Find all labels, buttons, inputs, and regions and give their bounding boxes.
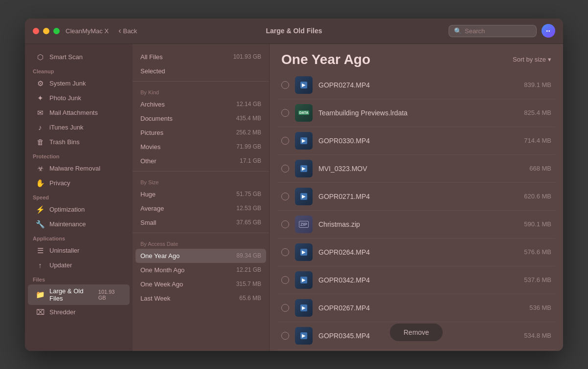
video-play-icon: ▶ (300, 249, 307, 256)
filter-label: Documents (140, 115, 173, 122)
sidebar-item-label: Trash Bins (49, 138, 80, 146)
section-header-protection: Protection (25, 150, 133, 161)
filter-label: One Year Ago (140, 252, 180, 260)
close-button[interactable] (33, 28, 39, 34)
sidebar-item-label: Privacy (49, 179, 70, 187)
file-radio[interactable] (281, 193, 289, 200)
file-size-badge: 101.93 GB (98, 289, 122, 301)
section-header-files: Files (25, 273, 133, 284)
filter-archives[interactable]: Archives 12.14 GB (133, 97, 269, 111)
back-label: Back (123, 27, 137, 35)
filter-size: 71.99 GB (236, 143, 261, 150)
file-radio[interactable] (281, 109, 289, 117)
file-size: 536 MB (529, 304, 551, 311)
filter-last-week[interactable]: Last Week 65.6 MB (133, 291, 269, 305)
filter-other[interactable]: Other 17.1 GB (133, 154, 269, 168)
file-icon: ▶ (295, 271, 313, 289)
content-area: ⬡ Smart Scan Cleanup ⚙ System Junk ✦ Pho… (25, 44, 563, 351)
by-access-header: By Access Date (133, 236, 269, 249)
sidebar-item-uninstaller[interactable]: ☰ Uninstaller (28, 243, 130, 258)
window-title: Large & Old Files (266, 27, 322, 35)
remove-button[interactable]: Remove (390, 324, 443, 341)
table-row[interactable]: ZIP Christmas.zip 590.1 MB (277, 211, 555, 239)
traffic-lights (33, 28, 60, 34)
filter-label: Last Week (140, 295, 170, 302)
filter-pictures[interactable]: Pictures 256.2 MB (133, 126, 269, 140)
filter-movies[interactable]: Movies 71.99 GB (133, 140, 269, 154)
file-radio[interactable] (281, 137, 289, 145)
table-row[interactable]: ▶ GOPR0264.MP4 576.6 MB (277, 239, 555, 266)
malware-icon: ☣ (36, 164, 45, 173)
section-header-cleanup: Cleanup (25, 65, 133, 76)
video-play-icon: ▶ (300, 277, 307, 283)
sidebar-item-mail-attachments[interactable]: ✉ Mail Attachments (28, 106, 130, 120)
trash-icon: 🗑 (36, 138, 45, 147)
file-radio[interactable] (281, 304, 289, 312)
sidebar-item-photo-junk[interactable]: ✦ Photo Junk (28, 91, 130, 106)
table-row[interactable]: ▶ GOPR0274.MP4 839.1 MB (277, 71, 555, 99)
table-row[interactable]: DATA Teambuilding Previews.lrdata 825.4 … (277, 99, 555, 127)
table-row[interactable]: ▶ GOPR0271.MP4 620.6 MB (277, 183, 555, 211)
sidebar-item-itunes-junk[interactable]: ♪ iTunes Junk (28, 120, 130, 135)
file-name: GOPR0330.MP4 (318, 137, 518, 145)
sidebar-item-label: Mail Attachments (49, 109, 98, 116)
file-radio[interactable] (281, 220, 289, 228)
updater-icon: ↑ (36, 261, 45, 270)
filter-documents[interactable]: Documents 435.4 MB (133, 111, 269, 126)
filter-selected[interactable]: Selected (133, 64, 269, 78)
file-radio[interactable] (281, 332, 289, 340)
filter-huge[interactable]: Huge 51.75 GB (133, 187, 269, 201)
filter-size: 89.34 GB (236, 252, 261, 259)
file-radio[interactable] (281, 276, 289, 284)
search-input[interactable] (465, 27, 531, 35)
sort-button[interactable]: Sort by size ▾ (513, 56, 551, 63)
table-row[interactable]: ▶ GOPR0342.MP4 537.6 MB (277, 266, 555, 294)
file-radio[interactable] (281, 248, 289, 256)
filter-all-files[interactable]: All Files 101.93 GB (133, 50, 269, 64)
filter-one-year-ago[interactable]: One Year Ago 89.34 GB (136, 249, 266, 263)
table-row[interactable]: ▶ MVI_0323.MOV 668 MB (277, 155, 555, 183)
sidebar-item-malware-removal[interactable]: ☣ Malware Removal (28, 161, 130, 176)
filter-panel: All Files 101.93 GB Selected By Kind Arc… (133, 44, 270, 351)
sidebar-item-shredder[interactable]: ⌧ Shredder (28, 305, 130, 320)
filter-label: Movies (140, 143, 160, 151)
file-size: 590.1 MB (524, 220, 551, 228)
sidebar-item-smart-scan[interactable]: ⬡ Smart Scan (28, 50, 130, 65)
search-bar[interactable]: 🔍 (449, 25, 537, 37)
file-name: GOPR0274.MP4 (318, 81, 518, 89)
filter-average[interactable]: Average 12.53 GB (133, 201, 269, 216)
filter-small[interactable]: Small 37.65 GB (133, 216, 269, 230)
sidebar-item-trash-bins[interactable]: 🗑 Trash Bins (28, 135, 130, 150)
table-row[interactable]: ▶ GOPR0330.MP4 714.4 MB (277, 127, 555, 155)
filter-one-week-ago[interactable]: One Week Ago 315.7 MB (133, 277, 269, 291)
filter-size: 12.21 GB (236, 266, 261, 273)
filter-one-month-ago[interactable]: One Month Ago 12.21 GB (133, 263, 269, 277)
file-icon: ZIP (295, 216, 313, 233)
video-play-icon: ▶ (300, 82, 307, 88)
fullscreen-button[interactable] (53, 28, 60, 34)
filter-label: Pictures (140, 129, 163, 136)
sidebar-item-privacy[interactable]: ✋ Privacy (28, 176, 130, 191)
data-label: DATA (298, 110, 309, 115)
file-name: GOPR0264.MP4 (318, 248, 518, 256)
main-header: One Year Ago Sort by size ▾ (270, 44, 563, 71)
optimization-icon: ⚡ (36, 205, 45, 214)
sidebar-item-large-old-files[interactable]: 📁 Large & Old Files 101.93 GB (28, 284, 130, 305)
filter-label: Selected (140, 67, 165, 75)
sidebar-item-updater[interactable]: ↑ Updater (28, 258, 130, 273)
sidebar-item-optimization[interactable]: ⚡ Optimization (28, 202, 130, 217)
section-header-speed: Speed (25, 191, 133, 202)
search-icon: 🔍 (454, 27, 462, 35)
file-name: GOPR0271.MP4 (318, 193, 518, 200)
file-name: GOPR0342.MP4 (318, 276, 518, 284)
sidebar-item-system-junk[interactable]: ⚙ System Junk (28, 76, 130, 91)
sidebar-item-maintenance[interactable]: 🔧 Maintenance (28, 217, 130, 232)
filter-size: 12.53 GB (236, 205, 261, 212)
file-size: 576.6 MB (524, 248, 551, 256)
file-radio[interactable] (281, 81, 289, 89)
file-radio[interactable] (281, 165, 289, 173)
avatar[interactable]: •• (542, 24, 555, 38)
minimize-button[interactable] (43, 28, 49, 34)
table-row[interactable]: ▶ GOPR0267.MP4 536 MB (277, 294, 555, 322)
back-button[interactable]: ‹ Back (118, 26, 137, 35)
